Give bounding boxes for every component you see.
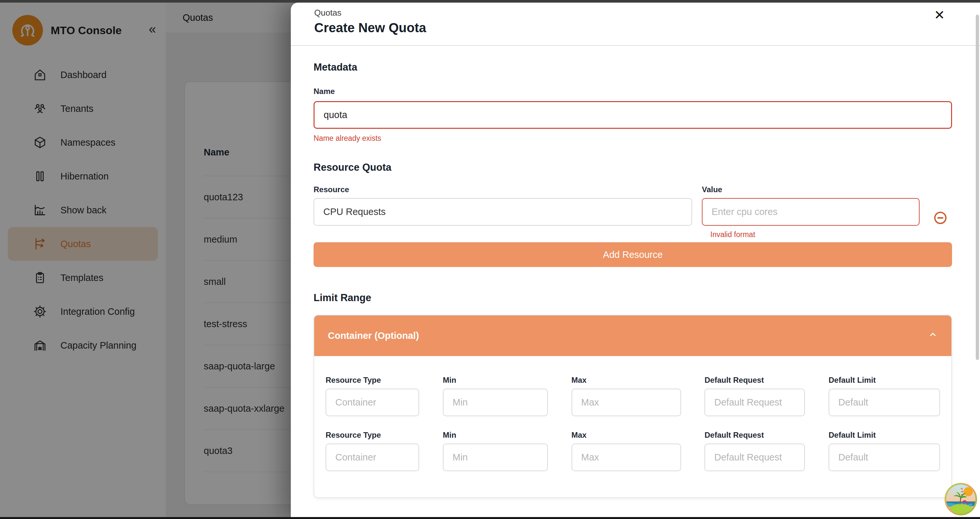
resource-type-input[interactable] [326,389,419,416]
value-label: Value [702,185,920,194]
container-panel-body: Resource Type Min Max Default Reque [314,356,951,497]
max-label: Max [571,431,681,440]
default-request-label: Default Request [705,431,805,440]
modal-breadcrumb: Quotas [314,8,980,18]
window-bottom-edge [0,517,980,519]
max-label: Max [571,375,681,385]
modal-title: Create New Quota [314,21,980,35]
default-limit-input[interactable] [829,444,940,471]
default-limit-label: Default Limit [829,431,940,440]
metadata-heading: Metadata [313,61,952,73]
limit-range-row: Resource Type Min Max Default Reque [326,431,940,471]
limit-range-row: Resource Type Min Max Default Reque [326,375,940,416]
container-limit-panel: Container (Optional) Resource Type [313,315,952,498]
remove-resource-button[interactable] [933,211,948,226]
close-icon[interactable]: ✕ [934,8,945,21]
name-label: Name [313,87,952,96]
container-panel-header[interactable]: Container (Optional) [314,315,951,356]
modal-body: Metadata Name Name already exists Resour… [291,61,980,519]
value-field[interactable] [702,198,920,226]
max-input[interactable] [571,444,681,471]
create-quota-modal: Quotas Create New Quota ✕ Metadata Name … [291,3,980,519]
resource-type-label: Resource Type [326,375,419,385]
default-limit-input[interactable] [829,389,940,416]
min-input[interactable] [443,444,548,471]
default-limit-label: Default Limit [829,375,940,385]
resource-quota-row: Resource CPU Requests Value Invalid form… [313,185,952,239]
beach-sticker-icon[interactable] [943,482,978,516]
chevron-up-icon [928,330,938,342]
name-field[interactable] [313,101,952,129]
default-request-input[interactable] [705,389,805,416]
default-request-input[interactable] [705,444,805,471]
add-resource-button[interactable]: Add Resource [313,242,952,267]
value-error-text: Invalid format [702,230,920,239]
window-top-edge [0,0,980,3]
minus-circle-icon [933,220,948,226]
name-error-text: Name already exists [313,134,952,143]
resource-type-label: Resource Type [326,431,419,440]
resource-type-input[interactable] [326,444,419,471]
min-label: Min [443,375,548,385]
resource-label: Resource [313,185,692,194]
min-label: Min [443,431,548,440]
resource-quota-heading: Resource Quota [313,161,952,173]
min-input[interactable] [443,389,548,416]
limit-range-heading: Limit Range [313,292,952,304]
default-request-label: Default Request [705,375,805,385]
container-panel-title: Container (Optional) [328,331,419,341]
modal-scrollbar[interactable] [976,14,979,360]
screen: MTO Console « Dashboard [0,0,980,519]
max-input[interactable] [571,389,681,416]
modal-header: Quotas Create New Quota ✕ [291,3,980,46]
resource-select[interactable]: CPU Requests [313,198,692,226]
